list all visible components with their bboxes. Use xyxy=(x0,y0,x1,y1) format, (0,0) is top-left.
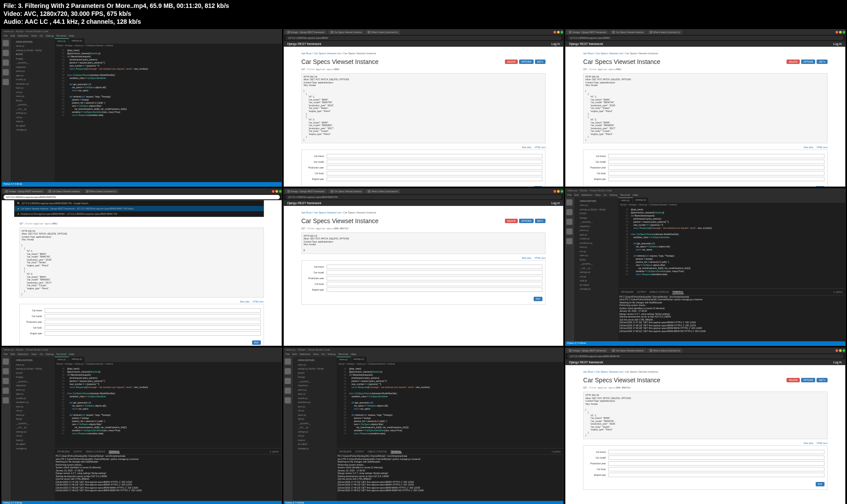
file-info-line3: Audio: AAC LC , 44.1 kHz, 2 channels, 12… xyxy=(4,18,843,26)
maximize-icon[interactable] xyxy=(561,31,563,34)
explorer-item[interactable]: firstapp xyxy=(12,57,53,61)
explorer-title: OPEN EDITORS xyxy=(12,40,53,45)
explorer-icon[interactable] xyxy=(3,40,9,46)
search-icon[interactable] xyxy=(3,50,9,56)
menu-file[interactable]: File xyxy=(4,34,8,38)
menu-selection[interactable]: Selection xyxy=(18,34,29,38)
code-editor[interactable]: 40@api_view()41@permission_classes([Allo… xyxy=(337,366,564,448)
field-label: Car brand xyxy=(305,155,327,157)
field-label: Engine type xyxy=(305,178,327,180)
explorer-item[interactable]: models.py xyxy=(12,78,53,82)
terminal[interactable]: PROBLEMSOUTPUTDEBUG CONSOLETERMINAL1: py… xyxy=(337,448,564,501)
browser-tab[interactable]: firstapp - Django REST framework xyxy=(285,30,327,34)
tab-html[interactable]: HTML form xyxy=(535,146,546,149)
thumbnail-5-browser: firstapp - Django REST frameworkCar Spec… xyxy=(283,188,564,346)
code-editor[interactable]: 40@api_view()41@permission_classes([Allo… xyxy=(618,206,845,288)
browser-tab[interactable]: Car Specs Viewset Instance xyxy=(46,189,82,194)
field-label: Production year xyxy=(305,166,327,169)
login-link[interactable]: Log in xyxy=(551,42,560,45)
menu-go[interactable]: Go xyxy=(40,34,43,38)
suggestion-item[interactable]: ★firstadmin at /first-app/car-specs/BMW-… xyxy=(15,211,264,217)
delete-button[interactable]: DELETE xyxy=(505,60,518,64)
file-info-line2: Video: AVC, 1280x720, 30.000 FPS, 675 kb… xyxy=(4,10,843,18)
thumbnail-2-browser: firstapp - Django REST framework Car Spe… xyxy=(283,29,564,187)
response-body: HTTP 200 OK Allow: GET, PUT, PATCH, DELE… xyxy=(301,73,546,144)
tab-settings[interactable]: settings.py xyxy=(69,38,85,44)
address-suggestions: 🔍127.0.0.1:8000/first-app/car-specs/BMW-… xyxy=(14,200,264,217)
engine-type-input[interactable] xyxy=(327,177,543,181)
explorer-item[interactable]: views.py xyxy=(12,94,53,99)
minimize-icon[interactable] xyxy=(557,31,560,34)
page-title: Car Specs Viewset Instance xyxy=(301,58,379,65)
code-editor[interactable]: 40@api_view()41@permission_classes([Allo… xyxy=(55,47,282,182)
status-bar: Python 3.7.4 64-bit xyxy=(2,182,282,187)
breadcrumb: MyApi > firstapp > views.py > CarSpecsVi… xyxy=(55,44,282,47)
explorer-item[interactable]: admin.py xyxy=(12,69,53,74)
address-bar[interactable]: 127.0.0.1:8000/first-app/car-specs/BMW-B… xyxy=(286,195,562,199)
menu-help[interactable]: Help xyxy=(69,34,74,38)
menu-view[interactable]: View xyxy=(31,34,37,38)
address-bar[interactable]: 127.0.0.1:8000/first-app/car-specs/BMW-B… xyxy=(567,354,843,358)
explorer-item[interactable]: db.sqlite3 xyxy=(12,124,53,128)
debug-icon[interactable] xyxy=(3,69,9,75)
terminal[interactable]: PROBLEMSOUTPUTDEBUG CONSOLETERMINAL1: py… xyxy=(55,448,282,501)
file-info-line1: File: 3. Filtering With 2 Parameters Or … xyxy=(4,2,843,10)
browser-tab[interactable]: firstapp - Django REST framework xyxy=(566,30,609,34)
tab-views[interactable]: views.py xyxy=(55,38,69,44)
explorer-item[interactable]: migrations xyxy=(12,65,53,70)
car-brand-input[interactable] xyxy=(327,154,543,158)
code-editor[interactable]: 40@api_view()41@permission_classes([Allo… xyxy=(55,366,282,448)
thumbnail-8-vscode: views.py - MyApi - Visual Studio Code Fi… xyxy=(283,347,564,504)
car-model-input[interactable] xyxy=(327,160,543,164)
thumbnail-9-browser: firstapp - Django REST frameworkCar Spec… xyxy=(565,347,846,504)
vscode-menu: File Edit Selection View Go Debug Termin… xyxy=(2,34,282,38)
field-label: Car model xyxy=(305,161,327,163)
suggestion-item[interactable]: 🔍127.0.0.1:8000/first-app/car-specs/BMW-… xyxy=(15,201,264,206)
explorer-item[interactable]: __pycache__ xyxy=(12,61,53,65)
editor-tabs: views.py settings.py xyxy=(55,38,282,44)
options-button[interactable]: OPTIONS xyxy=(519,60,534,64)
explorer-item[interactable]: urls.py xyxy=(12,116,53,120)
suggestion-item[interactable]: ★Car Specs Viewset Instance - Django RES… xyxy=(15,206,264,211)
address-bar[interactable]: 127.0.0.1:8000/first-app/car-specs/BMW/ xyxy=(567,36,843,40)
explorer-item[interactable]: apps.py xyxy=(12,74,53,78)
menu-debug[interactable]: Debug xyxy=(46,34,54,38)
menu-edit[interactable]: Edit xyxy=(11,34,15,38)
browser-tab[interactable]: Car Specs Viewset Instance xyxy=(328,30,364,34)
git-icon[interactable] xyxy=(3,60,9,66)
explorer-item[interactable]: serializers.py xyxy=(12,82,53,86)
close-icon[interactable] xyxy=(553,31,556,34)
put-button[interactable]: PUT xyxy=(534,186,542,187)
explorer-item[interactable]: views.py xyxy=(12,44,53,49)
explorer-item[interactable]: MyApi xyxy=(12,99,53,103)
browser-tab[interactable]: firstapp - Django REST framework xyxy=(3,189,45,194)
vscode-activity-bar xyxy=(2,38,11,182)
explorer-item[interactable]: manage.py xyxy=(12,128,53,132)
explorer-item[interactable]: __pycache__ xyxy=(12,103,53,107)
get-button[interactable]: GET ▾ xyxy=(535,60,546,64)
explorer-item[interactable]: settings.py MyApi > MyApi xyxy=(12,49,53,53)
address-bar[interactable]: 127.0.0.1:8000/first-app/car-specs/BMW-B… xyxy=(4,195,280,199)
explorer-item[interactable]: tests.py xyxy=(12,86,53,90)
explorer-item[interactable]: settings.py xyxy=(12,111,53,116)
field-label: Car body xyxy=(305,172,327,175)
browser-tab[interactable]: What is latest (contrived in) xyxy=(647,30,682,34)
address-bar[interactable]: 127.0.0.1:8000/first-app/car-specs/BMW/ xyxy=(286,36,562,40)
request-url: GET /first-app/car-specs/BMW/ xyxy=(301,67,546,71)
explorer-item[interactable]: urls.py xyxy=(12,90,53,95)
explorer-item[interactable]: __init__.py xyxy=(12,107,53,112)
car-body-input[interactable] xyxy=(327,171,543,175)
thumbnail-4-browser: firstapp - Django REST frameworkCar Spec… xyxy=(1,188,282,346)
terminal[interactable]: PROBLEMSOUTPUTDEBUG CONSOLETERMINAL1: py… xyxy=(618,288,845,341)
explorer-item[interactable]: MYAPI xyxy=(12,52,53,57)
browser-tab[interactable]: Car Specs Viewset Instance xyxy=(610,30,646,34)
browser-tab[interactable]: What is latest (contrived in) xyxy=(365,30,400,34)
vscode-title: views.py - MyApi - Visual Studio Code xyxy=(2,30,282,34)
browser-tab[interactable]: What is latest (contrived in) xyxy=(83,189,119,194)
explorer-item[interactable]: wsgi.py xyxy=(12,119,53,124)
tab-raw[interactable]: Raw data xyxy=(522,146,531,149)
thumbnail-6-vscode: views.py - MyApi - Visual Studio Code Fi… xyxy=(565,188,846,346)
menu-terminal[interactable]: Terminal xyxy=(56,34,66,38)
extensions-icon[interactable] xyxy=(3,79,9,85)
production-year-input[interactable] xyxy=(327,165,543,170)
